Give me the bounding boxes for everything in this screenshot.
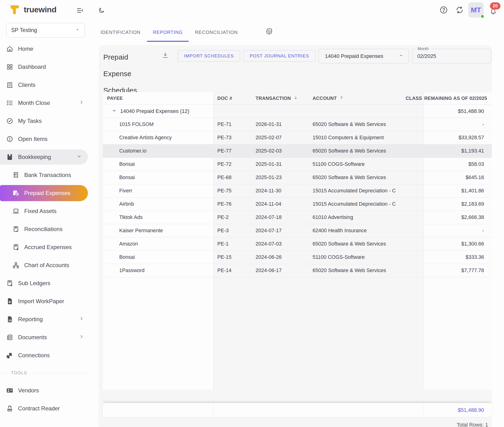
column-header-transaction[interactable]: TRANSACTION bbox=[249, 92, 309, 104]
sidebar-item-import-workpaper[interactable]: Import WorkPaper bbox=[0, 292, 90, 310]
sidebar-item-chart-of-accounts[interactable]: Chart of Accounts bbox=[0, 256, 90, 274]
cell-class bbox=[404, 251, 424, 264]
sub-ledgers-icon bbox=[6, 280, 13, 287]
post-journal-entries-button[interactable]: POST JOURNAL ENTRIES bbox=[243, 50, 315, 62]
column-header-account[interactable]: ACCOUNT bbox=[309, 92, 404, 104]
schedules-table: PAYEE DOC # TRANSACTION ACCOUNT CLASS RE… bbox=[103, 92, 492, 389]
tools-label: TOOLS bbox=[11, 371, 27, 375]
documents-icon bbox=[6, 334, 13, 341]
sidebar-item-reporting[interactable]: Reporting bbox=[0, 310, 90, 328]
cell-rem: $58.03 bbox=[424, 158, 492, 171]
group-row[interactable]: 14040 Prepaid Expenses (12) $51,488.90 bbox=[103, 105, 492, 118]
column-header-doc[interactable]: DOC # bbox=[213, 92, 249, 104]
cell-account: 61010 Advertising bbox=[309, 211, 404, 224]
chevron-right-icon bbox=[79, 316, 84, 323]
cell-payee: Bonsai bbox=[103, 158, 213, 171]
sidebar-item-my-tasks[interactable]: My Tasks bbox=[0, 112, 90, 130]
sidebar-item-label: Home bbox=[18, 46, 33, 52]
cell-class bbox=[404, 171, 424, 184]
sidebar-item-label: My Tasks bbox=[18, 118, 42, 124]
sidebar-item-label: Sub Ledgers bbox=[18, 280, 50, 287]
table-row[interactable]: 1015 FOLSOMPE-712026-01-3165020 Software… bbox=[103, 118, 492, 131]
refresh-button[interactable] bbox=[455, 6, 464, 14]
sidebar-item-contract-reader[interactable]: Contract Reader bbox=[0, 399, 90, 418]
workspace-selector[interactable]: SP Testing bbox=[6, 23, 85, 38]
sidebar-item-clients[interactable]: Clients bbox=[0, 76, 90, 94]
download-icon[interactable] bbox=[162, 52, 169, 59]
column-header-remaining[interactable]: REMAINING AS OF 02/2025 bbox=[424, 92, 492, 104]
table-row[interactable]: AmazonPE-12024-07-0365020 Software & Web… bbox=[103, 237, 492, 251]
column-header-class[interactable]: CLASS bbox=[404, 92, 424, 104]
table-row[interactable]: Customer.ioPE-772025-02-0365020 Software… bbox=[103, 145, 492, 158]
sidebar-item-documents[interactable]: Documents bbox=[0, 328, 90, 346]
notification-count-badge[interactable]: 20 bbox=[490, 2, 500, 9]
sidebar-item-accrued-expenses[interactable]: Accrued Expenses bbox=[0, 238, 90, 256]
cell-doc: PE-73 bbox=[213, 131, 249, 144]
cell-trans: 2024-11-30 bbox=[249, 184, 309, 197]
table-row[interactable]: Kaiser PermanentePE-32024-07-1762400 Hea… bbox=[103, 224, 492, 237]
sidebar-item-month-close[interactable]: Month Close bbox=[0, 94, 90, 112]
connections-icon bbox=[6, 352, 13, 359]
sidebar-item-fixed-assets[interactable]: Fixed Assets bbox=[0, 202, 90, 220]
chevron-down-icon[interactable] bbox=[111, 108, 117, 115]
contract-reader-icon bbox=[6, 405, 13, 412]
dashboard-icon bbox=[6, 63, 13, 70]
clients-icon bbox=[6, 81, 13, 89]
sidebar-item-bookkeeping[interactable]: Bookkeeping bbox=[0, 149, 88, 165]
cell-rem: - bbox=[424, 118, 492, 131]
sidebar-item-label: Fixed Assets bbox=[24, 208, 56, 214]
table-row[interactable]: BonsaiPE-152024-06-2651100 COGS-Software… bbox=[103, 251, 492, 264]
help-button[interactable] bbox=[439, 6, 448, 14]
column-header-payee[interactable]: PAYEE bbox=[103, 92, 213, 104]
gear-icon[interactable] bbox=[266, 28, 273, 35]
table-row[interactable]: AirbnbPE-762024-11-0415015 Accumulated D… bbox=[103, 198, 492, 211]
cell-trans: 2024-07-03 bbox=[249, 237, 309, 251]
sidebar-item-connections[interactable]: Connections bbox=[0, 346, 90, 364]
month-input-value: 02/2025 bbox=[417, 53, 436, 59]
cell-payee: 1015 FOLSOM bbox=[103, 118, 213, 131]
account-select[interactable]: 14040 Prepaid Expenses bbox=[318, 49, 409, 63]
chevron-right-icon bbox=[79, 334, 84, 341]
sidebar-collapse-button[interactable] bbox=[76, 7, 84, 14]
sidebar-item-sub-ledgers[interactable]: Sub Ledgers bbox=[0, 274, 90, 292]
sidebar-item-reconciliations[interactable]: Reconciliations bbox=[0, 220, 90, 238]
sidebar-item-prepaid-expenses[interactable]: Prepaid Expenses bbox=[0, 185, 88, 201]
home-icon bbox=[6, 45, 13, 53]
sidebar-item-label: Open Items bbox=[18, 136, 47, 142]
avatar[interactable]: MT bbox=[468, 2, 484, 18]
tab-reconciliation[interactable]: RECONCILIATION bbox=[189, 24, 244, 41]
table-row[interactable]: BonsaiPE-682025-01-2365020 Software & We… bbox=[103, 171, 492, 184]
table-row[interactable]: FiverrPE-752024-11-3015015 Accumulated D… bbox=[103, 184, 492, 198]
table-row[interactable]: 1PasswordPE-142024-06-1765020 Software &… bbox=[103, 264, 492, 277]
sidebar-item-vendors[interactable]: Vendors bbox=[0, 381, 90, 399]
cell-doc: PE-72 bbox=[213, 158, 249, 171]
tab-reporting[interactable]: REPORTING bbox=[147, 24, 189, 41]
prepaid-expenses-icon bbox=[12, 190, 19, 197]
import-schedules-button[interactable]: IMPORT SCHEDULES bbox=[178, 50, 240, 62]
workspace-name: SP Testing bbox=[11, 27, 37, 33]
table-row[interactable]: Tiktok AdsPE-22024-07-1861010 Advertisin… bbox=[103, 211, 492, 224]
cell-payee: Customer.io bbox=[103, 145, 213, 158]
sidebar-item-dashboard[interactable]: Dashboard bbox=[0, 58, 90, 76]
sidebar-item-home[interactable]: Home bbox=[0, 40, 90, 58]
table-row[interactable]: BonsaiPE-722025-01-3151100 COGS-Software… bbox=[103, 158, 492, 171]
cell-class bbox=[404, 224, 424, 237]
cell-doc: PE-3 bbox=[213, 224, 249, 237]
bank-transactions-icon bbox=[12, 172, 19, 179]
month-input[interactable]: Month 02/2025 bbox=[412, 49, 491, 63]
import-workpaper-icon bbox=[6, 298, 13, 305]
group-remaining: $51,488.90 bbox=[424, 105, 492, 118]
sort-asc-icon bbox=[339, 95, 344, 101]
sidebar-item-open-items[interactable]: Open Items bbox=[0, 130, 90, 148]
cell-payee: Fiverr bbox=[103, 184, 213, 197]
cell-doc: PE-2 bbox=[213, 211, 249, 224]
tab-identification[interactable]: IDENTIFICATION bbox=[94, 24, 147, 41]
cell-payee: Kaiser Permanente bbox=[103, 224, 213, 237]
cell-class bbox=[404, 131, 424, 144]
group-label: 14040 Prepaid Expenses (12) bbox=[120, 108, 189, 114]
cell-trans: 2025-02-03 bbox=[249, 145, 309, 158]
table-row[interactable]: Creative Artists AgencyPE-732025-02-0715… bbox=[103, 131, 492, 145]
cell-doc: PE-77 bbox=[213, 145, 249, 158]
dark-mode-toggle[interactable] bbox=[98, 7, 105, 14]
sidebar-item-bank-transactions[interactable]: Bank Transactions bbox=[0, 166, 90, 184]
